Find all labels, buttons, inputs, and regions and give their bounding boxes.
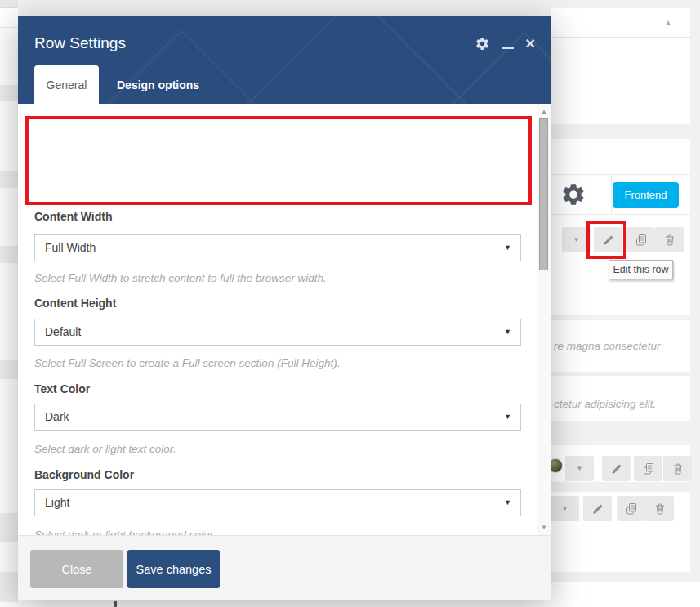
page-bottom-band: [18, 600, 551, 607]
edit-row-button[interactable]: [594, 227, 622, 252]
field-label-background-color: Background Color: [34, 468, 134, 481]
modal-title: Row Settings: [34, 34, 126, 52]
row-dropdown-button[interactable]: ▼: [562, 227, 591, 252]
divider: [551, 214, 690, 215]
modal-body: Content Width Full Width ▼ Select Full W…: [18, 104, 537, 535]
close-button[interactable]: Close: [30, 550, 123, 588]
clone-row-button[interactable]: [617, 496, 645, 521]
trash-icon: [663, 234, 676, 247]
trash-icon: [653, 502, 667, 516]
divider: [611, 174, 612, 214]
background-color-select[interactable]: Light ▼: [34, 489, 521, 516]
field-help-content-width: Select Full Width to stretch content to …: [34, 272, 327, 284]
close-icon[interactable]: ✕: [525, 36, 536, 51]
select-arrow-icon: ▼: [504, 404, 511, 430]
row-text-snippet: re magna consectetur: [554, 340, 661, 352]
minimize-icon[interactable]: [502, 36, 514, 51]
row-settings-modal: Row Settings ✕ General Design options Co…: [18, 16, 551, 600]
divider: [551, 174, 690, 175]
copy-icon: [625, 502, 638, 516]
select-arrow-icon: ▼: [504, 490, 511, 516]
page-band: [0, 246, 18, 263]
builder-row-panel: ctetur adipisicing elit.: [551, 376, 690, 421]
field-help-background-color: Select dark or light background color.: [34, 529, 216, 535]
field-label-content-width: Content Width: [34, 210, 113, 223]
row-text-snippet: ctetur adipisicing elit.: [554, 398, 656, 410]
pencil-icon: [602, 234, 615, 247]
page-band: [0, 171, 18, 188]
frontend-button[interactable]: Frontend: [613, 182, 679, 208]
pencil-icon: [591, 502, 604, 516]
builder-panel: [551, 582, 700, 607]
page-builder-background: ▲ Frontend ▼ Edit this row re magna cons…: [551, 0, 700, 607]
tab-general[interactable]: General: [34, 65, 99, 104]
save-changes-button[interactable]: Save changes: [127, 550, 220, 588]
content-width-select[interactable]: Full Width ▼: [34, 234, 521, 261]
scroll-down-icon[interactable]: ▼: [537, 524, 551, 531]
field-help-text-color: Select dark or light text color.: [34, 443, 176, 455]
field-help-content-height: Select Full Screen to create a Full scre…: [34, 357, 340, 369]
decor-diamond: [224, 16, 489, 104]
chevron-down-icon: ▼: [573, 236, 580, 243]
scrollbar-thumb[interactable]: [539, 118, 548, 270]
field-label-text-color: Text Color: [34, 382, 90, 395]
delete-row-button[interactable]: [663, 456, 692, 481]
tab-design-options[interactable]: Design options: [110, 65, 206, 104]
collapse-arrow-icon[interactable]: ▲: [664, 18, 672, 27]
modal-header: Row Settings ✕ General Design options: [18, 16, 551, 104]
modal-footer: Close Save changes: [18, 535, 551, 600]
builder-panel: [551, 38, 690, 124]
modal-settings-gear-icon[interactable]: [475, 36, 490, 51]
builder-panel-header: ▲: [551, 8, 690, 38]
select-arrow-icon: ▼: [504, 235, 511, 261]
select-arrow-icon: ▼: [504, 319, 511, 345]
delete-row-button[interactable]: [645, 496, 674, 521]
builder-toolbar-panel: Frontend ▼ Edit this row: [551, 139, 690, 315]
page-band: [0, 572, 18, 602]
page-left-edge: [0, 0, 18, 607]
page-band: [0, 85, 18, 101]
page-divider-mark: [114, 601, 117, 607]
settings-gear-icon[interactable]: [560, 181, 586, 208]
page-band: [0, 513, 18, 542]
content-height-select[interactable]: Default ▼: [34, 319, 521, 346]
edit-row-button[interactable]: [602, 456, 631, 481]
row-dropdown-button[interactable]: ▼: [565, 456, 594, 481]
builder-row-panel: ▼ ▼: [551, 445, 690, 572]
page-divider: [0, 27, 18, 28]
divider: [551, 482, 690, 492]
scroll-up-icon[interactable]: ▲: [537, 108, 551, 115]
modal-scrollbar[interactable]: ▲ ▼: [537, 104, 551, 535]
builder-row-panel: re magna consectetur: [551, 320, 690, 372]
select-value: Light: [45, 496, 69, 509]
chevron-down-icon: ▼: [577, 465, 583, 472]
select-value: Default: [45, 325, 81, 338]
chevron-down-icon: ▼: [562, 505, 568, 512]
page-band: [0, 360, 18, 379]
clone-row-button[interactable]: [634, 456, 662, 481]
edit-row-tooltip: Edit this row: [609, 260, 673, 279]
select-value: Dark: [45, 410, 69, 423]
field-label-content-height: Content Height: [34, 297, 116, 310]
copy-icon: [635, 234, 648, 247]
clone-row-button[interactable]: [626, 227, 655, 252]
delete-row-button[interactable]: [655, 227, 684, 252]
select-value: Full Width: [45, 241, 96, 254]
page-band: [0, 0, 18, 8]
edit-row-button[interactable]: [583, 496, 612, 521]
trash-icon: [671, 462, 684, 475]
row-dropdown-button[interactable]: ▼: [551, 496, 579, 521]
copy-icon: [642, 462, 655, 475]
text-color-select[interactable]: Dark ▼: [34, 404, 521, 431]
pencil-icon: [610, 462, 623, 475]
